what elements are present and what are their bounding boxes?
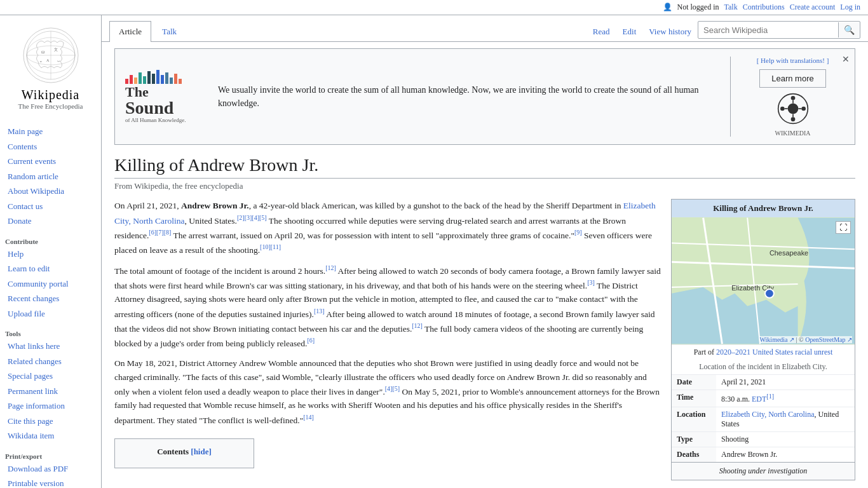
citation-14[interactable]: [14] — [303, 414, 314, 421]
svg-text:Ω: Ω — [41, 50, 44, 55]
citation-9[interactable]: [9] — [574, 229, 582, 236]
sidebar-item-recent-changes[interactable]: Recent changes — [0, 291, 101, 306]
sidebar-item-what-links-here[interactable]: What links here — [0, 339, 101, 354]
sidebar-item-learn-to-edit[interactable]: Learn to edit — [0, 261, 101, 276]
talk-link[interactable]: Talk — [724, 3, 738, 12]
svg-point-12 — [787, 104, 798, 114]
sidebar-item-main-page[interactable]: Main page — [0, 124, 101, 139]
search-input[interactable] — [698, 23, 838, 37]
learn-more-button[interactable]: Learn more — [759, 69, 825, 88]
deaths-value: Andrew Brown Jr. — [716, 447, 782, 462]
sidebar-item-current-events[interactable]: Current events — [0, 154, 101, 169]
banner: The Sound of All Human Knowledge. We usu… — [114, 48, 855, 145]
svg-text:и: и — [40, 60, 42, 63]
svg-text:文: 文 — [54, 47, 58, 51]
paragraph-1: On April 21, 2021, Andrew Brown Jr., a 4… — [114, 199, 661, 257]
citation-10[interactable]: [10][11] — [260, 243, 281, 250]
citation-6[interactable]: [6][7][8] — [149, 229, 171, 236]
contributions-link[interactable]: Contributions — [743, 3, 785, 12]
sidebar-item-contents[interactable]: Contents — [0, 139, 101, 154]
expand-map-button[interactable]: ⛶ — [836, 221, 851, 234]
citation-2[interactable]: [2][3][4][5] — [237, 214, 267, 221]
print-export-section: Print/export Download as PDF Printable v… — [0, 450, 101, 489]
banner-text: We usually invite the world to create th… — [218, 83, 720, 110]
sidebar-item-related-changes[interactable]: Related changes — [0, 354, 101, 369]
citation-13[interactable]: [13] — [314, 308, 325, 315]
svg-text:ب: ب — [57, 59, 60, 62]
infobox-part-of: Part of 2020–2021 United States racial u… — [672, 344, 855, 360]
time-label: Time — [672, 390, 716, 407]
citation-4[interactable]: [4][5] — [385, 385, 400, 392]
sound-subtitle: of All Human Knowledge. — [125, 117, 186, 123]
tab-edit[interactable]: Edit — [616, 22, 643, 42]
infobox: Killing of Andrew Brown Jr. — [671, 199, 855, 480]
edt-link[interactable]: EDT — [752, 395, 766, 403]
date-value: April 21, 2021 — [716, 375, 771, 390]
banner-close-button[interactable]: ✕ — [842, 54, 850, 65]
create-account-link[interactable]: Create account — [790, 3, 836, 12]
tools-section: Tools What links here Related changes Sp… — [0, 327, 101, 444]
tab-read[interactable]: Read — [587, 22, 616, 42]
site-name: Wikipedia — [5, 88, 96, 102]
paragraph-3: On May 18, 2021, District Attorney Andre… — [114, 356, 661, 427]
citation-12b[interactable]: [12] — [412, 322, 423, 329]
not-logged-in-text: Not logged in — [677, 3, 719, 12]
citation-6b[interactable]: [6] — [307, 337, 315, 344]
sidebar-item-page-information[interactable]: Page information — [0, 398, 101, 414]
paragraph-2: The total amount of footage of the incid… — [114, 263, 661, 350]
help-translations-link[interactable]: [ Help with translations! ] — [757, 57, 829, 64]
sidebar-item-cite-this-page[interactable]: Cite this page — [0, 414, 101, 429]
sidebar-item-help[interactable]: Help — [0, 247, 101, 262]
citation-3[interactable]: [3] — [587, 279, 595, 286]
tab-view-history[interactable]: View history — [642, 22, 698, 42]
sidebar-item-upload-file[interactable]: Upload file — [0, 306, 101, 322]
sidebar-item-download-pdf[interactable]: Download as PDF — [0, 461, 101, 477]
wikimedia-maps-link[interactable]: Wikimedia ↗ — [760, 336, 795, 343]
type-value: Shooting — [716, 432, 754, 447]
sidebar-item-random-article[interactable]: Random article — [0, 169, 101, 184]
racial-unrest-link[interactable]: 2020–2021 United States racial unrest — [716, 348, 832, 356]
page-layout: Ω 文 A ب и Wikipedia The Free Encyclopedi… — [0, 15, 868, 488]
part-of-label: Part of — [694, 348, 716, 356]
contents-hide-link[interactable]: [hide] — [191, 447, 212, 456]
location-value: Elizabeth City, North Carolina, United S… — [716, 407, 855, 431]
article-text: On April 21, 2021, Andrew Brown Jr., a 4… — [114, 199, 661, 480]
content-area: Article Talk Read Edit View history 🔍 — [102, 15, 868, 488]
sidebar-item-printable-version[interactable]: Printable version — [0, 476, 101, 488]
svg-point-14 — [790, 117, 795, 121]
date-label: Date — [672, 375, 716, 390]
logo-area: Ω 文 A ب и Wikipedia The Free Encyclopedi… — [0, 20, 101, 118]
deaths-label: Deaths — [672, 447, 716, 462]
log-in-link[interactable]: Log in — [840, 3, 860, 12]
sidebar-item-community-portal[interactable]: Community portal — [0, 276, 101, 292]
navigation-section: Main page Contents Current events Random… — [0, 124, 101, 229]
infobox-date-row: Date April 21, 2021 — [672, 374, 855, 390]
sound-logo: The Sound of All Human Knowledge. — [125, 70, 186, 123]
citation-12[interactable]: [12] — [325, 264, 336, 271]
print-export-heading: Print/export — [0, 450, 101, 461]
svg-point-16 — [801, 107, 806, 111]
sidebar-item-wikidata-item[interactable]: Wikidata item — [0, 428, 101, 444]
sidebar-item-about-wikipedia[interactable]: About Wikipedia — [0, 184, 101, 199]
tab-article[interactable]: Article — [109, 21, 151, 42]
tab-talk[interactable]: Talk — [153, 21, 186, 42]
sidebar-item-permanent-link[interactable]: Permanent link — [0, 384, 101, 399]
infobox-deaths-row: Deaths Andrew Brown Jr. — [672, 447, 855, 462]
contribute-heading: Contribute — [0, 235, 101, 247]
sidebar-item-special-pages[interactable]: Special pages — [0, 369, 101, 384]
sound-title2: Sound — [125, 99, 173, 117]
infobox-location-row: Location Elizabeth City, North Carolina,… — [672, 407, 855, 431]
sidebar-item-donate[interactable]: Donate — [0, 214, 101, 229]
location-label: Location — [672, 407, 716, 431]
banner-logo-area: The Sound of All Human Knowledge. — [125, 70, 208, 123]
sound-bars — [125, 70, 182, 84]
search-button[interactable]: 🔍 — [838, 22, 860, 37]
infobox-type-row: Type Shooting — [672, 431, 855, 447]
svg-text:Chesapeake: Chesapeake — [770, 249, 808, 257]
openstreetmap-link[interactable]: OpenStreetMap ↗ — [805, 336, 852, 343]
sound-title: The — [125, 85, 149, 99]
location-link[interactable]: Elizabeth City, North Carolina — [721, 410, 815, 419]
sidebar: Ω 文 A ب и Wikipedia The Free Encyclopedi… — [0, 15, 102, 488]
sidebar-item-contact-us[interactable]: Contact us — [0, 199, 101, 214]
main-content: The Sound of All Human Knowledge. We usu… — [102, 42, 868, 488]
